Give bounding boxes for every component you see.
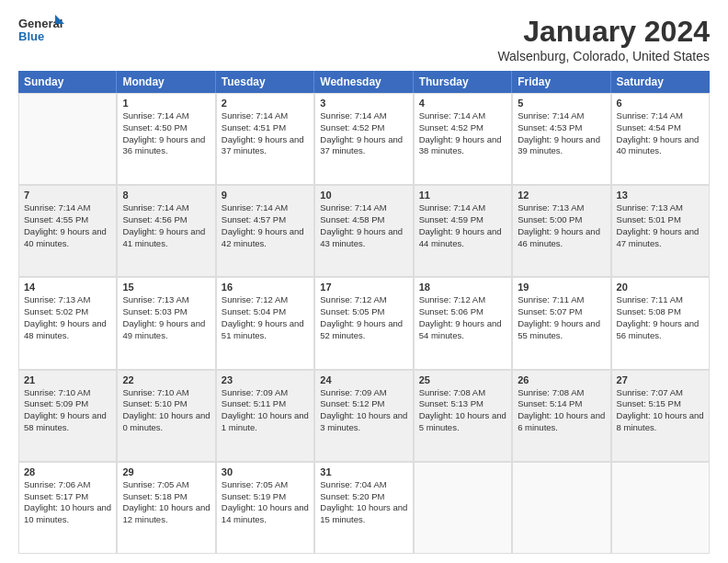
day-info: Sunrise: 7:04 AM Sunset: 5:20 PM Dayligh… xyxy=(320,479,407,526)
day-number: 6 xyxy=(617,98,704,109)
cal-cell: 17Sunrise: 7:12 AM Sunset: 5:05 PM Dayli… xyxy=(314,277,413,369)
cal-cell: 14Sunrise: 7:13 AM Sunset: 5:02 PM Dayli… xyxy=(18,277,117,369)
header: GeneralBlue January 2024 Walsenburg, Col… xyxy=(18,15,710,63)
day-info: Sunrise: 7:14 AM Sunset: 4:56 PM Dayligh… xyxy=(122,202,210,249)
day-number: 1 xyxy=(122,98,210,109)
day-info: Sunrise: 7:05 AM Sunset: 5:19 PM Dayligh… xyxy=(222,479,309,526)
header-sunday: Sunday xyxy=(18,71,117,93)
day-info: Sunrise: 7:09 AM Sunset: 5:12 PM Dayligh… xyxy=(320,387,407,434)
day-number: 12 xyxy=(518,190,605,201)
day-info: Sunrise: 7:13 AM Sunset: 5:00 PM Dayligh… xyxy=(518,202,605,249)
day-number: 7 xyxy=(24,190,111,201)
day-info: Sunrise: 7:14 AM Sunset: 4:51 PM Dayligh… xyxy=(222,110,309,157)
cal-cell: 21Sunrise: 7:10 AM Sunset: 5:09 PM Dayli… xyxy=(18,370,117,462)
day-number: 4 xyxy=(419,98,506,109)
day-number: 27 xyxy=(617,374,704,385)
cal-cell: 22Sunrise: 7:10 AM Sunset: 5:10 PM Dayli… xyxy=(117,370,215,462)
calendar-header: Sunday Monday Tuesday Wednesday Thursday… xyxy=(18,71,710,93)
cal-cell: 11Sunrise: 7:14 AM Sunset: 4:59 PM Dayli… xyxy=(414,185,512,277)
day-number: 14 xyxy=(24,282,111,293)
cal-cell: 2Sunrise: 7:14 AM Sunset: 4:51 PM Daylig… xyxy=(216,93,314,185)
cal-cell xyxy=(18,93,117,185)
day-number: 2 xyxy=(222,98,309,109)
header-wednesday: Wednesday xyxy=(314,71,413,93)
cal-cell: 15Sunrise: 7:13 AM Sunset: 5:03 PM Dayli… xyxy=(117,277,215,369)
cal-cell: 8Sunrise: 7:14 AM Sunset: 4:56 PM Daylig… xyxy=(117,185,215,277)
day-info: Sunrise: 7:14 AM Sunset: 4:50 PM Dayligh… xyxy=(122,110,210,157)
cal-cell: 26Sunrise: 7:08 AM Sunset: 5:14 PM Dayli… xyxy=(512,370,610,462)
day-number: 28 xyxy=(24,466,111,477)
cal-cell: 4Sunrise: 7:14 AM Sunset: 4:52 PM Daylig… xyxy=(414,93,512,185)
day-number: 29 xyxy=(122,466,210,477)
day-info: Sunrise: 7:12 AM Sunset: 5:04 PM Dayligh… xyxy=(222,294,309,341)
day-number: 18 xyxy=(419,282,506,293)
header-thursday: Thursday xyxy=(414,71,512,93)
day-number: 11 xyxy=(419,190,506,201)
cal-cell: 24Sunrise: 7:09 AM Sunset: 5:12 PM Dayli… xyxy=(314,370,413,462)
cal-cell: 20Sunrise: 7:11 AM Sunset: 5:08 PM Dayli… xyxy=(611,277,710,369)
cal-cell: 18Sunrise: 7:12 AM Sunset: 5:06 PM Dayli… xyxy=(414,277,512,369)
day-number: 24 xyxy=(320,374,407,385)
day-info: Sunrise: 7:06 AM Sunset: 5:17 PM Dayligh… xyxy=(24,479,111,526)
month-title: January 2024 xyxy=(497,15,710,49)
logo-icon: GeneralBlue xyxy=(18,15,64,42)
day-number: 25 xyxy=(419,374,506,385)
day-info: Sunrise: 7:13 AM Sunset: 5:03 PM Dayligh… xyxy=(122,294,210,341)
day-info: Sunrise: 7:14 AM Sunset: 4:58 PM Dayligh… xyxy=(320,202,407,249)
location-title: Walsenburg, Colorado, United States xyxy=(497,49,710,63)
day-info: Sunrise: 7:14 AM Sunset: 4:53 PM Dayligh… xyxy=(518,110,605,157)
cal-cell: 31Sunrise: 7:04 AM Sunset: 5:20 PM Dayli… xyxy=(314,462,413,554)
cal-cell xyxy=(512,462,610,554)
day-number: 20 xyxy=(617,282,704,293)
day-number: 15 xyxy=(122,282,210,293)
cal-cell: 13Sunrise: 7:13 AM Sunset: 5:01 PM Dayli… xyxy=(611,185,710,277)
day-info: Sunrise: 7:09 AM Sunset: 5:11 PM Dayligh… xyxy=(222,387,309,434)
day-number: 9 xyxy=(222,190,309,201)
cal-cell xyxy=(611,462,710,554)
cal-cell: 25Sunrise: 7:08 AM Sunset: 5:13 PM Dayli… xyxy=(414,370,512,462)
cal-cell: 5Sunrise: 7:14 AM Sunset: 4:53 PM Daylig… xyxy=(512,93,610,185)
day-number: 21 xyxy=(24,374,111,385)
day-info: Sunrise: 7:10 AM Sunset: 5:10 PM Dayligh… xyxy=(122,387,210,434)
day-info: Sunrise: 7:08 AM Sunset: 5:14 PM Dayligh… xyxy=(518,387,605,434)
day-number: 30 xyxy=(222,466,309,477)
day-info: Sunrise: 7:14 AM Sunset: 4:54 PM Dayligh… xyxy=(617,110,704,157)
header-monday: Monday xyxy=(117,71,215,93)
calendar: Sunday Monday Tuesday Wednesday Thursday… xyxy=(18,71,710,554)
cal-cell: 23Sunrise: 7:09 AM Sunset: 5:11 PM Dayli… xyxy=(216,370,314,462)
day-number: 31 xyxy=(320,466,407,477)
day-number: 23 xyxy=(222,374,309,385)
day-number: 10 xyxy=(320,190,407,201)
day-info: Sunrise: 7:07 AM Sunset: 5:15 PM Dayligh… xyxy=(617,387,704,434)
day-info: Sunrise: 7:11 AM Sunset: 5:08 PM Dayligh… xyxy=(617,294,704,341)
day-number: 19 xyxy=(518,282,605,293)
header-saturday: Saturday xyxy=(611,71,710,93)
cal-cell: 30Sunrise: 7:05 AM Sunset: 5:19 PM Dayli… xyxy=(216,462,314,554)
day-number: 22 xyxy=(122,374,210,385)
cal-cell: 1Sunrise: 7:14 AM Sunset: 4:50 PM Daylig… xyxy=(117,93,215,185)
day-info: Sunrise: 7:14 AM Sunset: 4:57 PM Dayligh… xyxy=(222,202,309,249)
day-info: Sunrise: 7:12 AM Sunset: 5:05 PM Dayligh… xyxy=(320,294,407,341)
cal-cell: 19Sunrise: 7:11 AM Sunset: 5:07 PM Dayli… xyxy=(512,277,610,369)
cal-cell: 28Sunrise: 7:06 AM Sunset: 5:17 PM Dayli… xyxy=(18,462,117,554)
cal-cell: 6Sunrise: 7:14 AM Sunset: 4:54 PM Daylig… xyxy=(611,93,710,185)
cal-cell: 12Sunrise: 7:13 AM Sunset: 5:00 PM Dayli… xyxy=(512,185,610,277)
cal-cell: 7Sunrise: 7:14 AM Sunset: 4:55 PM Daylig… xyxy=(18,185,117,277)
day-info: Sunrise: 7:14 AM Sunset: 4:55 PM Dayligh… xyxy=(24,202,111,249)
day-info: Sunrise: 7:05 AM Sunset: 5:18 PM Dayligh… xyxy=(122,479,210,526)
day-info: Sunrise: 7:08 AM Sunset: 5:13 PM Dayligh… xyxy=(419,387,506,434)
cal-cell: 16Sunrise: 7:12 AM Sunset: 5:04 PM Dayli… xyxy=(216,277,314,369)
day-info: Sunrise: 7:14 AM Sunset: 4:52 PM Dayligh… xyxy=(320,110,407,157)
day-number: 8 xyxy=(122,190,210,201)
day-info: Sunrise: 7:10 AM Sunset: 5:09 PM Dayligh… xyxy=(24,387,111,434)
day-number: 3 xyxy=(320,98,407,109)
cal-cell: 3Sunrise: 7:14 AM Sunset: 4:52 PM Daylig… xyxy=(314,93,413,185)
cal-cell: 9Sunrise: 7:14 AM Sunset: 4:57 PM Daylig… xyxy=(216,185,314,277)
logo: GeneralBlue xyxy=(18,15,68,42)
day-number: 26 xyxy=(518,374,605,385)
day-info: Sunrise: 7:11 AM Sunset: 5:07 PM Dayligh… xyxy=(518,294,605,341)
header-tuesday: Tuesday xyxy=(216,71,314,93)
cal-cell xyxy=(414,462,512,554)
day-number: 16 xyxy=(222,282,309,293)
title-block: January 2024 Walsenburg, Colorado, Unite… xyxy=(497,15,710,63)
